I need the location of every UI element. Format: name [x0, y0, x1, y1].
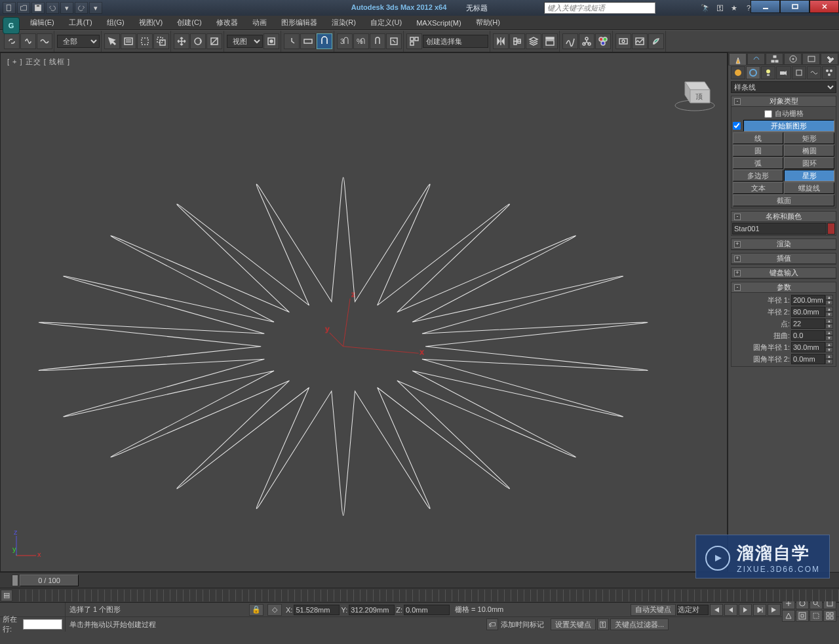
layers-icon[interactable]: [526, 33, 541, 49]
spin-down[interactable]: ▼: [825, 300, 833, 305]
toggle-ribbon-icon[interactable]: [542, 33, 558, 49]
rollout-head-keyboard[interactable]: +键盘输入: [732, 268, 836, 278]
unlink-icon[interactable]: [20, 33, 36, 49]
bind-spacewarp-icon[interactable]: [37, 33, 52, 49]
trackbar-toggle-icon[interactable]: ▤: [1, 590, 12, 601]
next-frame-icon[interactable]: [753, 604, 766, 616]
rollout-head-render[interactable]: +渲染: [732, 239, 836, 250]
spin-up[interactable]: ▲: [825, 318, 833, 324]
param-input-3[interactable]: [791, 330, 825, 341]
viewport[interactable]: [ + ] 正交 [ 线框 ] x y z 顶: [0, 52, 728, 572]
select-by-name-icon[interactable]: [121, 33, 136, 49]
param-input-4[interactable]: [791, 342, 825, 352]
spin-up[interactable]: ▲: [825, 354, 833, 359]
align-icon[interactable]: [509, 33, 525, 49]
subtab-shapes[interactable]: [746, 66, 760, 79]
auto-key-button[interactable]: 自动关键点: [631, 604, 676, 616]
menu-tools[interactable]: 工具(T): [62, 16, 99, 29]
shape-circle[interactable]: 圆: [733, 145, 783, 157]
move-icon[interactable]: [174, 33, 189, 49]
start-new-shape-checkbox[interactable]: [733, 122, 741, 130]
qa-undo-icon[interactable]: [46, 2, 59, 14]
tab-display[interactable]: [802, 53, 820, 65]
qa-open-icon[interactable]: [17, 2, 30, 14]
start-new-shape-button[interactable]: 开始新图形: [743, 120, 834, 132]
scale-icon[interactable]: [206, 33, 222, 49]
shape-text[interactable]: 文本: [733, 182, 783, 194]
shape-section[interactable]: 截面: [733, 195, 834, 206]
spin-down[interactable]: ▼: [825, 359, 833, 364]
menu-edit[interactable]: 编辑(E): [24, 16, 61, 29]
tab-modify[interactable]: [747, 53, 765, 65]
manipulate-icon[interactable]: [284, 33, 300, 49]
param-input-0[interactable]: [791, 295, 825, 305]
select-object-icon[interactable]: [104, 33, 120, 49]
window-crossing-icon[interactable]: [153, 33, 169, 49]
menu-customize[interactable]: 自定义(U): [364, 16, 408, 29]
add-time-tag[interactable]: 添加时间标记: [501, 620, 551, 630]
prev-frame-icon[interactable]: [724, 604, 737, 616]
goto-end-icon[interactable]: [768, 604, 781, 616]
rendered-frame-icon[interactable]: [632, 33, 648, 49]
shape-donut[interactable]: 圆环: [784, 157, 834, 169]
autogrid-checkbox[interactable]: [764, 110, 772, 118]
menu-create[interactable]: 创建(C): [170, 16, 208, 29]
tab-utilities[interactable]: [821, 53, 838, 65]
menu-help[interactable]: 帮助(H): [469, 16, 507, 29]
spin-down[interactable]: ▼: [825, 335, 833, 341]
menu-animation[interactable]: 动画: [246, 16, 273, 29]
shape-ngon[interactable]: 多边形: [733, 170, 783, 181]
tab-hierarchy[interactable]: [766, 53, 783, 65]
subtab-systems[interactable]: [822, 66, 836, 79]
set-key-button[interactable]: 设置关键点: [551, 618, 596, 630]
coord-y[interactable]: [349, 605, 395, 615]
percent-snap-icon[interactable]: %: [353, 33, 369, 49]
pivot-center-icon[interactable]: [263, 33, 279, 49]
object-color-swatch[interactable]: [827, 223, 835, 235]
named-sel-sets-icon[interactable]: [406, 33, 422, 49]
viewport-canvas[interactable]: x y z: [1, 53, 727, 571]
shape-helix[interactable]: 螺旋线: [784, 182, 834, 194]
angle-snap-icon[interactable]: 3: [337, 33, 353, 49]
shape-star[interactable]: 星形: [784, 170, 834, 181]
close-button[interactable]: [810, 0, 839, 13]
application-icon[interactable]: G: [3, 17, 20, 34]
named-sel-dropdown[interactable]: [423, 35, 488, 48]
play-icon[interactable]: [739, 604, 752, 616]
row-input[interactable]: [23, 619, 62, 630]
render-setup-icon[interactable]: [615, 33, 631, 49]
key-mode-icon[interactable]: ⚿: [597, 618, 609, 630]
material-editor-icon[interactable]: [595, 33, 611, 49]
spin-down[interactable]: ▼: [825, 347, 833, 352]
coord-x[interactable]: [294, 605, 340, 615]
help-search[interactable]: [544, 2, 655, 14]
spin-down[interactable]: ▼: [825, 324, 833, 329]
menu-views[interactable]: 视图(V): [132, 16, 170, 29]
rollout-head-params[interactable]: -参数: [732, 282, 836, 293]
snap-toggle-icon[interactable]: [317, 33, 332, 49]
subtab-cameras[interactable]: [776, 66, 790, 79]
shape-rectangle[interactable]: 矩形: [784, 132, 834, 144]
goto-start-icon[interactable]: [710, 604, 723, 616]
tab-motion[interactable]: [784, 53, 802, 65]
menu-graph-editors[interactable]: 图形编辑器: [275, 16, 324, 29]
curve-editor-icon[interactable]: [562, 33, 578, 49]
viewcube[interactable]: 顶: [672, 69, 718, 115]
star-icon[interactable]: ★: [729, 3, 739, 13]
qa-undo-drop-icon[interactable]: ▾: [60, 2, 73, 14]
shape-line[interactable]: 线: [733, 132, 783, 144]
qa-redo-icon[interactable]: [75, 2, 88, 14]
rollout-head-interp[interactable]: +插值: [732, 254, 836, 264]
keyboard-shortcut-icon[interactable]: [300, 33, 316, 49]
trackbar-ruler[interactable]: [13, 590, 839, 601]
qa-new-icon[interactable]: [3, 2, 16, 14]
coord-z[interactable]: [404, 605, 450, 615]
subtab-lights[interactable]: [761, 66, 775, 79]
link-icon[interactable]: [4, 33, 20, 49]
object-name-input[interactable]: [732, 223, 827, 235]
select-region-icon[interactable]: [137, 33, 153, 49]
key-icon[interactable]: ⚿: [714, 3, 725, 13]
rollout-head-object-type[interactable]: -对象类型: [732, 96, 836, 107]
minimize-button[interactable]: [751, 0, 780, 13]
isolate-icon[interactable]: ◇: [267, 604, 282, 616]
